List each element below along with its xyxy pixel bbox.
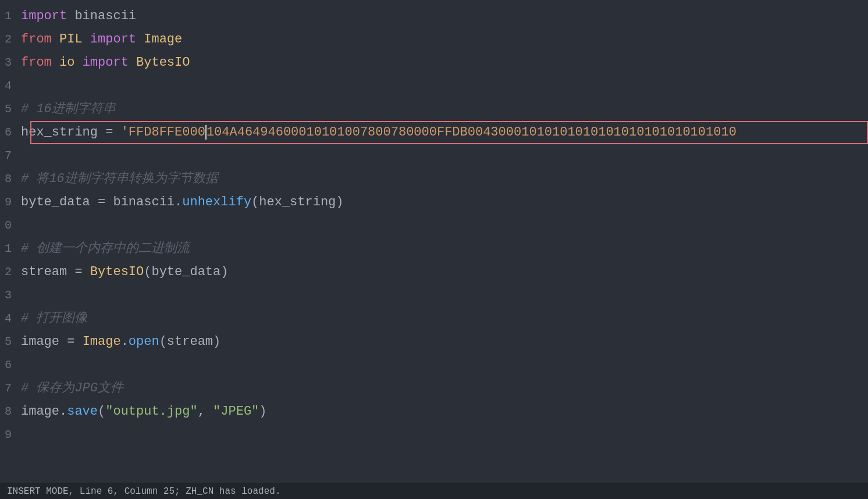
line-number: 6 xyxy=(0,354,21,377)
line-content: byte_data = binascii.unhexlify(hex_strin… xyxy=(21,191,344,214)
line-number: 6 xyxy=(0,121,21,144)
code-line-17: 7 # 保存为JPG文件 xyxy=(0,377,868,400)
code-line-3: 3 from io import BytesIO xyxy=(0,51,868,74)
line-number: 9 xyxy=(0,423,21,447)
code-line-15: 5 image = Image.open(stream) xyxy=(0,330,868,354)
line-number: 8 xyxy=(0,167,21,191)
line-number: 9 xyxy=(0,191,21,214)
line-content xyxy=(21,354,29,377)
line-number: 5 xyxy=(0,98,21,121)
line-content xyxy=(21,74,29,98)
code-line-7: 7 xyxy=(0,144,868,167)
line-number: 1 xyxy=(0,237,21,261)
code-line-5: 5 # 16进制字符串 xyxy=(0,98,868,121)
line-content: from io import BytesIO xyxy=(21,51,190,74)
line-content xyxy=(21,214,29,237)
line-content: # 保存为JPG文件 xyxy=(21,377,123,400)
code-line-11: 1 # 创建一个内存中的二进制流 xyxy=(0,237,868,261)
line-content xyxy=(21,423,29,447)
line-content: hex_string = 'FFD8FFE000104A464946000101… xyxy=(21,121,737,144)
status-bar: INSERT MODE, Line 6, Column 25; ZH_CN ha… xyxy=(0,483,868,499)
line-content xyxy=(21,144,29,167)
line-number: 2 xyxy=(0,261,21,284)
code-line-10: 0 xyxy=(0,214,868,237)
line-number: 3 xyxy=(0,284,21,307)
line-number: 2 xyxy=(0,28,21,51)
line-number: 7 xyxy=(0,377,21,400)
status-text: INSERT MODE, Line 6, Column 25; ZH_CN ha… xyxy=(7,486,280,497)
code-editor[interactable]: 1 import binascii 2 from PIL import Imag… xyxy=(0,0,868,483)
code-line-13: 3 xyxy=(0,284,868,307)
line-content: # 16进制字符串 xyxy=(21,98,116,121)
line-content xyxy=(21,284,29,307)
line-number: 1 xyxy=(0,5,21,28)
line-content: image.save("output.jpg", "JPEG") xyxy=(21,400,267,423)
line-number: 4 xyxy=(0,307,21,330)
code-line-2: 2 from PIL import Image xyxy=(0,28,868,51)
line-content: # 打开图像 xyxy=(21,307,87,330)
line-content: from PIL import Image xyxy=(21,28,182,51)
code-line-9: 9 byte_data = binascii.unhexlify(hex_str… xyxy=(0,191,868,214)
line-content: image = Image.open(stream) xyxy=(21,330,220,354)
line-number: 4 xyxy=(0,74,21,98)
code-line-16: 6 xyxy=(0,354,868,377)
code-line-19: 9 xyxy=(0,423,868,447)
line-number: 0 xyxy=(0,214,21,237)
line-content: stream = BytesIO(byte_data) xyxy=(21,261,228,284)
code-line-14: 4 # 打开图像 xyxy=(0,307,868,330)
line-content: # 创建一个内存中的二进制流 xyxy=(21,237,190,261)
code-line-18: 8 image.save("output.jpg", "JPEG") xyxy=(0,400,868,423)
code-line-12: 2 stream = BytesIO(byte_data) xyxy=(0,261,868,284)
line-number: 8 xyxy=(0,400,21,423)
line-content: # 将16进制字符串转换为字节数据 xyxy=(21,167,218,191)
line-number: 5 xyxy=(0,330,21,354)
line-content: import binascii xyxy=(21,5,136,28)
line-number: 7 xyxy=(0,144,21,167)
code-line-6: 6 hex_string = 'FFD8FFE000104A4649460001… xyxy=(0,121,868,144)
line-number: 3 xyxy=(0,51,21,74)
code-line-8: 8 # 将16进制字符串转换为字节数据 xyxy=(0,167,868,191)
code-line-1: 1 import binascii xyxy=(0,5,868,28)
code-line-4: 4 xyxy=(0,74,868,98)
